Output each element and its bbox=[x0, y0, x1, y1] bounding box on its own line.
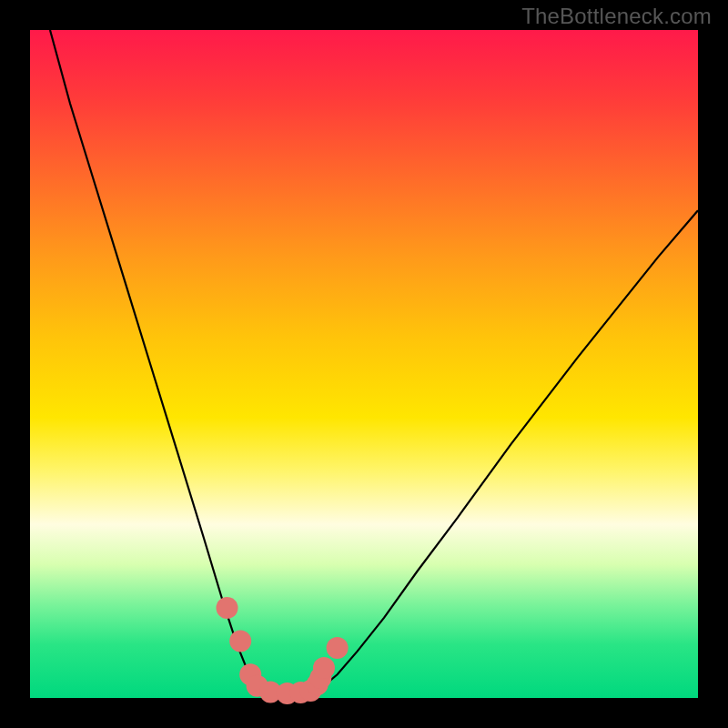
highlight-dot bbox=[327, 637, 349, 659]
bottleneck-curve bbox=[50, 30, 698, 694]
highlight-dots bbox=[217, 597, 349, 704]
highlight-dot bbox=[217, 597, 238, 619]
highlight-dot bbox=[229, 631, 251, 652]
chart-svg bbox=[30, 30, 698, 698]
watermark-text: TheBottleneck.com bbox=[521, 4, 712, 29]
highlight-dot bbox=[313, 657, 335, 679]
chart-frame: TheBottleneck.com bbox=[0, 0, 728, 728]
plot-area bbox=[30, 30, 698, 698]
